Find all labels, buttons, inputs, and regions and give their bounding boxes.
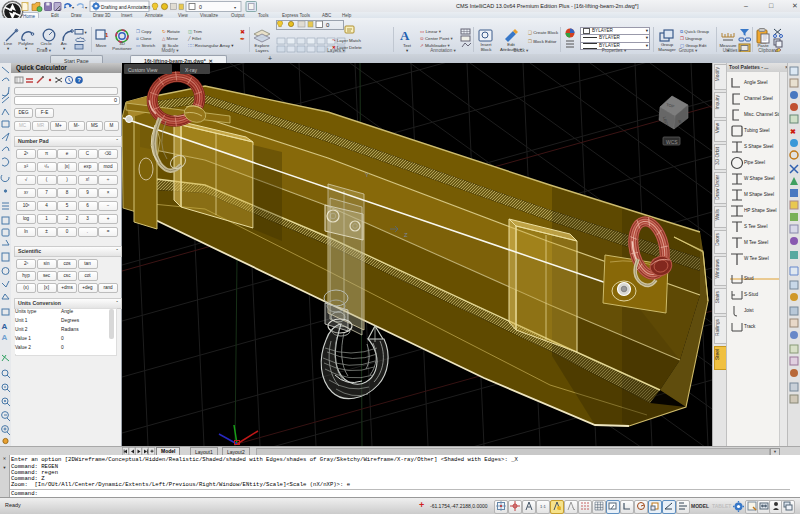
svg-text:?: ? [77, 77, 81, 83]
svg-text:▾: ▾ [85, 30, 88, 35]
svg-text:▾: ▾ [85, 5, 88, 10]
svg-text:Drafting and Annotation: Drafting and Annotation [101, 5, 150, 10]
svg-text:A: A [2, 333, 8, 342]
svg-text:Y: Y [365, 172, 369, 178]
svg-text:Custom View: Custom View [128, 67, 158, 73]
svg-text:1: 1 [105, 32, 109, 38]
svg-text:Z: Z [404, 232, 408, 238]
svg-text:A: A [2, 322, 8, 331]
svg-text:X-ray: X-ray [185, 67, 197, 73]
svg-text:0: 0 [199, 4, 202, 10]
svg-text:✖: ✖ [790, 128, 796, 135]
svg-text:▾: ▾ [72, 5, 75, 10]
svg-text:WCS: WCS [666, 139, 678, 145]
